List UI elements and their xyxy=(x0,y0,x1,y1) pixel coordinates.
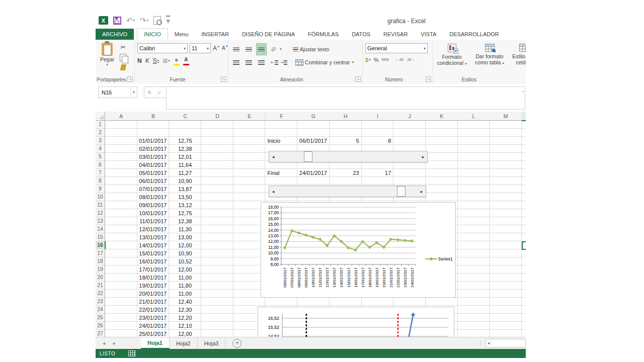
cell-value-C7[interactable]: 11,27 xyxy=(169,169,201,177)
row-header-14[interactable]: 14 xyxy=(96,225,105,233)
align-top-icon[interactable] xyxy=(231,43,242,55)
row-header-8[interactable]: 8 xyxy=(96,177,105,185)
cell-value-C26[interactable]: 12,10 xyxy=(169,322,201,330)
undo-icon[interactable]: ↶▾ xyxy=(126,17,135,25)
cell-value-C10[interactable]: 13,50 xyxy=(169,193,201,201)
cell-date-B4[interactable]: 02/01/2017 xyxy=(137,145,169,153)
row-header-20[interactable]: 20 xyxy=(96,274,105,282)
row-header-1[interactable]: 1 xyxy=(96,121,105,129)
cell-value-C22[interactable]: 11,00 xyxy=(169,290,201,298)
cell-date-B19[interactable]: 17/01/2017 xyxy=(137,265,169,274)
form-scrollbar-1[interactable]: ◂▸ xyxy=(269,151,428,162)
borders-icon[interactable]: ⊞▾ xyxy=(163,57,170,64)
name-box-dropdown-icon[interactable]: ▾ xyxy=(130,87,137,97)
sheet-tab-hoja2[interactable]: Hoja2 xyxy=(170,337,198,349)
cell-value-C25[interactable]: 12,20 xyxy=(169,314,201,322)
cell-value-C18[interactable]: 10,52 xyxy=(169,257,201,265)
cell-value-C20[interactable]: 11,00 xyxy=(169,274,201,282)
cell-date-B25[interactable]: 23/01/2017 xyxy=(137,314,169,322)
align-bottom-icon[interactable] xyxy=(256,43,267,55)
cell-styles-button[interactable]: Estilos de celda ▾ xyxy=(511,44,526,66)
cell-value-C5[interactable]: 12,01 xyxy=(169,153,201,161)
ribbon-tab-revisar[interactable]: REVISAR xyxy=(377,29,414,40)
column-header-E[interactable]: E xyxy=(233,112,266,121)
column-header-K[interactable]: K xyxy=(426,112,458,121)
increase-indent-icon[interactable]: ⇥ xyxy=(280,59,288,66)
accounting-format-icon[interactable]: $▾ xyxy=(365,56,371,63)
cell-value-C17[interactable]: 10,90 xyxy=(169,249,201,257)
row-header-9[interactable]: 9 xyxy=(96,185,105,193)
line-chart[interactable]: 18,0017,0016,0015,0014,0013,0012,0011,00… xyxy=(261,202,456,298)
cell-date-B6[interactable]: 04/01/2017 xyxy=(137,161,169,169)
align-left-icon[interactable] xyxy=(231,56,242,68)
row-header-23[interactable]: 23 xyxy=(96,298,105,306)
cell-final-h[interactable]: 23 xyxy=(330,169,361,177)
italic-icon[interactable]: K xyxy=(145,57,149,64)
row-header-13[interactable]: 13 xyxy=(96,217,105,225)
redo-icon[interactable]: ↷▾ xyxy=(140,17,148,25)
cell-date-B14[interactable]: 12/01/2017 xyxy=(137,225,169,233)
row-header-16[interactable]: 16 xyxy=(96,241,106,249)
align-right-icon[interactable] xyxy=(256,56,267,68)
column-header-N[interactable]: N xyxy=(522,112,526,121)
ribbon-tab-archivo[interactable]: ARCHIVO xyxy=(96,29,134,40)
column-header-A[interactable]: A xyxy=(105,112,138,121)
cell-date-B10[interactable]: 08/01/2017 xyxy=(137,193,169,201)
cell-value-C14[interactable]: 11,30 xyxy=(169,225,201,233)
macro-record-icon[interactable] xyxy=(128,350,135,356)
worksheet-grid[interactable]: ABCDEFGHIJKLMN12345678910111213141516171… xyxy=(96,112,526,337)
cell-date-B27[interactable]: 25/01/2017 xyxy=(137,330,169,337)
column-header-I[interactable]: I xyxy=(362,112,394,121)
customize-qat-icon[interactable]: ▾ xyxy=(166,16,170,25)
cell-value-C8[interactable]: 10,90 xyxy=(169,177,201,185)
ribbon-tab-inicio[interactable]: INICIO xyxy=(137,28,168,40)
partial-chart[interactable]: 16,5215,5214,52 xyxy=(258,307,454,337)
cell-date-B11[interactable]: 09/01/2017 xyxy=(137,201,169,209)
cell-value-C13[interactable]: 12,38 xyxy=(169,217,201,225)
cell-date-B8[interactable]: 06/01/2017 xyxy=(137,177,169,185)
cell-date-B24[interactable]: 22/01/2017 xyxy=(137,306,169,314)
font-name-combo[interactable]: Calibri▾ xyxy=(137,43,188,53)
ribbon-tab-f-rmulas[interactable]: FÓRMULAS xyxy=(301,29,345,40)
cancel-icon[interactable]: ✕ xyxy=(144,89,154,96)
column-header-F[interactable]: F xyxy=(266,112,298,121)
cell-date-B5[interactable]: 03/01/2017 xyxy=(137,153,169,161)
font-color-icon[interactable]: A xyxy=(183,56,189,65)
sheet-tab-hoja3[interactable]: Hoja3 xyxy=(198,337,226,349)
cell-date-B17[interactable]: 15/01/2017 xyxy=(137,249,169,257)
sheet-nav-left-icon[interactable]: ◂ xyxy=(103,340,105,346)
cell-value-C19[interactable]: 12,00 xyxy=(169,265,201,274)
cell-date-B7[interactable]: 05/01/2017 xyxy=(137,169,169,177)
form-scrollbar-2-left-icon[interactable]: ◂ xyxy=(269,186,277,197)
copy-icon[interactable] xyxy=(120,54,126,61)
clipboard-dialog-launcher-icon[interactable]: ↘ xyxy=(127,76,133,82)
add-sheet-icon[interactable]: + xyxy=(232,339,242,348)
cell-value-C16[interactable]: 12,00 xyxy=(169,241,201,249)
increase-decimal-icon[interactable]: ←.00 xyxy=(395,56,404,63)
cell-date-B12[interactable]: 10/01/2017 xyxy=(137,209,169,217)
grow-font-icon[interactable]: A▲ xyxy=(213,45,220,52)
column-header-D[interactable]: D xyxy=(201,112,234,121)
cell-value-C6[interactable]: 11,64 xyxy=(169,161,201,169)
orientation-icon[interactable]: ab xyxy=(269,45,278,54)
fill-color-icon[interactable]: ◆ xyxy=(174,56,180,65)
cell-value-C9[interactable]: 13,87 xyxy=(169,185,201,193)
row-header-15[interactable]: 15 xyxy=(96,233,105,241)
row-header-21[interactable]: 21 xyxy=(96,282,105,290)
cell-final-i[interactable]: 17 xyxy=(362,169,393,177)
format-as-table-button[interactable]: Dar formato como tabla ▾ xyxy=(473,44,506,66)
column-header-M[interactable]: M xyxy=(490,112,522,121)
comma-style-icon[interactable]: 000 xyxy=(381,56,389,63)
cell-final-label[interactable]: Final xyxy=(266,169,297,177)
cell-date-B26[interactable]: 24/01/2017 xyxy=(137,322,169,330)
name-box[interactable]: N16 ▾ xyxy=(98,86,137,98)
ribbon-tab-vista[interactable]: VISTA xyxy=(414,29,443,40)
horizontal-scrollbar[interactable]: ◂ xyxy=(486,339,526,347)
form-scrollbar-2[interactable]: ◂▸ xyxy=(269,186,426,197)
cell-inicio-date[interactable]: 06/01/2017 xyxy=(297,137,329,145)
align-middle-icon[interactable] xyxy=(244,43,254,55)
cell-date-B15[interactable]: 13/01/2017 xyxy=(137,233,169,241)
row-header-18[interactable]: 18 xyxy=(96,257,105,265)
merge-center-button[interactable]: Combinar y centrar ▾ xyxy=(295,59,354,66)
format-painter-icon[interactable] xyxy=(120,64,126,70)
